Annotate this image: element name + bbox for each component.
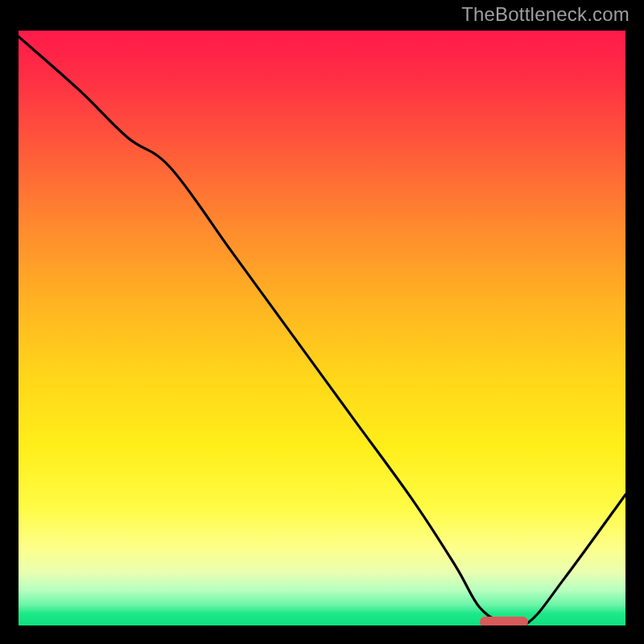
chart-frame — [12, 24, 632, 632]
plot-area — [19, 31, 625, 625]
optimal-range-marker — [480, 617, 528, 625]
watermark-text: TheBottleneck.com — [461, 3, 630, 26]
bottleneck-curve — [19, 36, 625, 625]
curve-svg — [19, 31, 625, 625]
